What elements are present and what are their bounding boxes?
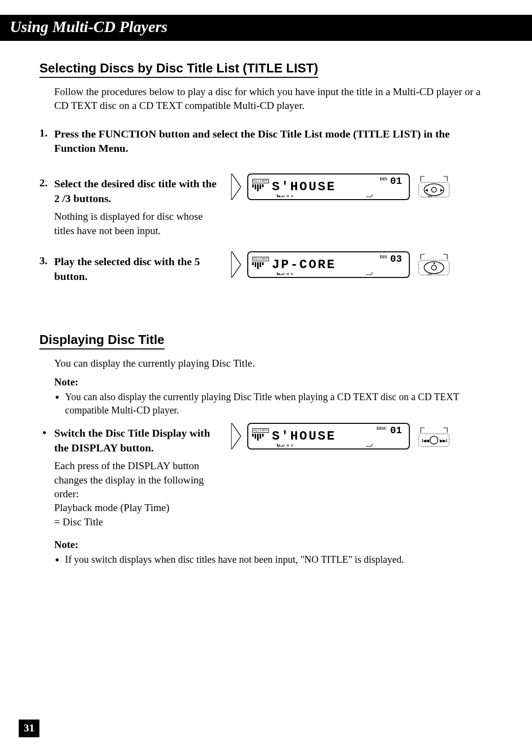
lcd-title-text: S'HOUSE [272,429,405,444]
section-heading: Selecting Discs by Disc Title List (TITL… [39,61,318,78]
eq-curve-label: EQ CURVE [252,179,269,183]
svg-point-8 [432,265,436,270]
svg-point-12 [430,436,438,444]
note-label: Note: [54,539,493,551]
eq-curve-icon: EQ CURVE [252,257,269,273]
lcd-disc-label: DISC [376,426,387,431]
step-heading: Play the selected disc with the 5 button… [54,254,217,283]
lcd-disc-number: 03 [390,253,402,265]
step-subtext: Nothing is displayed for disc whose titl… [54,209,207,238]
note-item: If you switch displays when disc titles … [65,553,493,566]
remote-dpad-icon: ◀ ▶ SEL [417,173,451,200]
step-3: 3. Play the selected disc with the 5 but… [39,254,493,287]
step-heading: Switch the Disc Title Display with the D… [54,426,217,455]
lcd-disc-label: DIS [380,176,387,181]
step-1: 1. Press the FUNCTION button and select … [39,127,493,160]
eq-curve-icon: EQ CURVE [252,179,269,195]
steps-list: 1. Press the FUNCTION button and select … [39,127,493,288]
section-intro: Follow the procedures below to play a di… [54,85,493,113]
svg-text:◀: ◀ [425,188,428,192]
section-displaying-disc-title: Displaying Disc Title You can display th… [39,332,493,566]
note-label: Note: [54,376,493,388]
step-number: 1. [39,127,54,160]
eq-curve-icon: EQ CURVE [252,428,269,444]
step-subtext: Each press of the DISPLAY button changes… [54,459,207,501]
section-heading: Displaying Disc Title [39,332,165,349]
svg-text:▶: ▶ [440,188,443,192]
bullet-icon: • [39,426,49,529]
step-heading: Select the desired disc title with the 2… [54,176,217,206]
remote-nav-icon: I◀◀ ▶▶I [417,423,451,449]
note-item: You can also display the currently playi… [65,390,493,417]
lcd-title-text: S'HOUSE [272,179,405,194]
lcd-panel: EQ CURVE S'HOUSE DIS 01 MODE [247,173,410,200]
note-list: You can also display the currently playi… [54,390,493,417]
svg-text:▶▶I: ▶▶I [439,439,447,443]
eq-curve-label: EQ CURVE [252,428,269,433]
lcd-disc-label: DIS [380,254,387,259]
lcd-mode-label: MODE [277,194,296,198]
step-heading: Press the FUNCTION button and select the… [54,127,493,156]
chapter-title-bar: Using Multi-CD Players [0,15,532,41]
step-subtext: Playback mode (Play Time) [54,501,207,515]
svg-text:▲: ▲ [432,261,436,265]
lcd-mode-label: MODE [277,444,296,447]
step-number: 2. [39,176,54,238]
eq-curve-label: EQ CURVE [252,257,269,261]
pointer-arrow-icon [232,252,240,277]
lcd-mode-label: MODE [277,272,296,276]
display-illustration: EQ CURVE JP-CORE DIS 03 MODE [232,251,451,278]
lcd-disc-number: 01 [390,175,402,187]
svg-point-2 [432,187,436,192]
display-illustration: EQ CURVE S'HOUSE DIS 01 MODE [232,173,451,200]
step-2: 2. Select the desired disc title with th… [39,176,493,238]
svg-rect-0 [419,182,449,197]
svg-text:I◀◀: I◀◀ [422,439,430,443]
lcd-title-text: JP-CORE [272,257,405,272]
bullet-step: • Switch the Disc Title Display with the… [39,426,493,529]
lcd-panel: EQ CURVE S'HOUSE DISC 01 MODE [247,423,410,449]
lcd-panel: EQ CURVE JP-CORE DIS 03 MODE [247,251,410,278]
remote-dpad-icon: ▲ SEL [417,251,451,278]
section-intro: You can display the currently playing Di… [54,356,493,370]
step-number: 3. [39,254,54,287]
section-title-list: Selecting Discs by Disc Title List (TITL… [39,61,493,288]
note-list: If you switch displays when disc titles … [54,553,493,566]
manual-page: Using Multi-CD Players Selecting Discs b… [0,0,532,756]
page-number: 31 [19,720,39,737]
pointer-arrow-icon [232,423,240,449]
lcd-disc-number: 01 [390,425,402,436]
pointer-arrow-icon [232,174,240,200]
svg-text:SEL: SEL [428,273,432,275]
step-subtext: = Disc Title [54,515,207,529]
svg-text:SEL: SEL [428,195,432,198]
display-illustration: EQ CURVE S'HOUSE DISC 01 MODE [232,423,451,449]
